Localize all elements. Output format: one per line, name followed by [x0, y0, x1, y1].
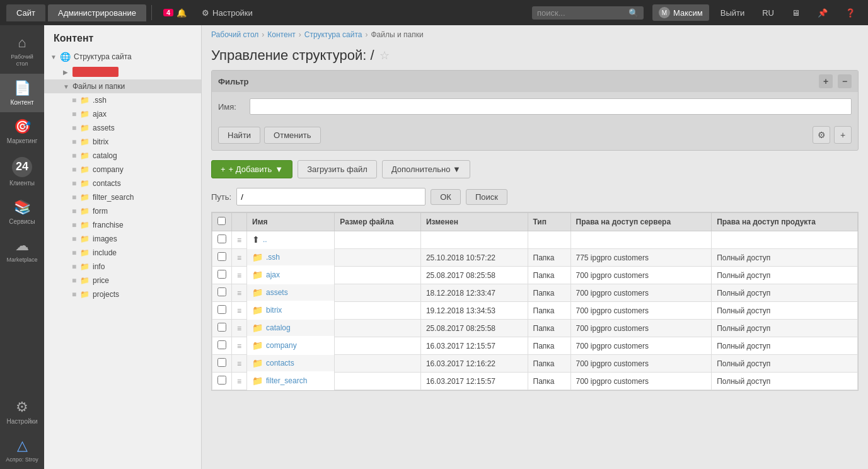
cell-server-rights: 700 ipgpro customers — [570, 267, 712, 284]
cell-modified: 25.08.2017 08:25:58 — [420, 267, 528, 284]
drag-handle[interactable]: ≡ — [237, 253, 241, 262]
tree-label-ajax: ajax — [93, 110, 107, 119]
filter-plus-icon-btn[interactable]: + — [834, 126, 852, 144]
sidebar-item-marketing[interactable]: 🎯 Маркетинг — [0, 112, 44, 151]
tree-item-price[interactable]: ■ 📁 price — [44, 274, 201, 287]
row-checkbox[interactable] — [217, 305, 226, 314]
folder-icon: 📁 — [80, 248, 90, 257]
filter-cancel-btn[interactable]: Отменить — [264, 127, 320, 144]
filter-minimize-btn[interactable]: − — [838, 74, 852, 88]
row-checkbox[interactable] — [217, 323, 226, 332]
drag-handle[interactable]: ≡ — [237, 359, 241, 368]
user-btn[interactable]: М Максим — [652, 4, 709, 21]
tree-item-images[interactable]: ■ 📁 images — [44, 232, 201, 246]
tree-item-contacts[interactable]: ■ 📁 contacts — [44, 177, 201, 190]
row-checkbox[interactable] — [217, 287, 226, 296]
filter-body: Имя: — [212, 92, 858, 126]
breadcrumb-desktop[interactable]: Рабочий стол — [211, 30, 258, 39]
tree-label-franchise: franchise — [93, 221, 124, 229]
search-input[interactable] — [537, 8, 625, 18]
sidebar-label-marketplace: Marketplace — [6, 257, 37, 263]
breadcrumb-site-structure[interactable]: Структура сайта — [304, 30, 362, 39]
file-link-up[interactable]: .. — [263, 235, 267, 244]
file-link-.ssh[interactable]: .ssh — [266, 253, 280, 262]
tab-admin[interactable]: Администрирование — [48, 4, 146, 21]
row-checkbox[interactable] — [217, 340, 226, 349]
drag-handle[interactable]: ≡ — [237, 306, 241, 315]
sidebar-item-aspro[interactable]: △ Аспро: Stroy — [0, 431, 44, 469]
filter-left-actions: Найти Отменить — [218, 127, 321, 144]
sidebar-item-marketplace[interactable]: ☁ Marketplace — [0, 231, 44, 269]
row-checkbox[interactable] — [217, 376, 226, 385]
cell-drag: ≡ — [232, 284, 247, 302]
row-checkbox[interactable] — [217, 270, 226, 279]
drag-handle[interactable]: ≡ — [237, 271, 241, 280]
star-icon[interactable]: ☆ — [379, 49, 390, 62]
file-link-catalog[interactable]: catalog — [266, 323, 291, 332]
tree-item-include[interactable]: ■ 📁 include — [44, 246, 201, 260]
tree-item-assets[interactable]: ■ 📁 assets — [44, 121, 201, 135]
tree-item-bitrix[interactable]: ■ 📁 bitrix — [44, 135, 201, 149]
filter-add-btn[interactable]: + — [819, 74, 833, 88]
upload-btn[interactable]: Загрузить файл — [298, 160, 377, 178]
cell-name: ⬆.. — [247, 231, 334, 248]
file-link-company[interactable]: company — [266, 341, 297, 350]
logout-btn[interactable]: Выйти — [714, 6, 751, 20]
folder-icon: 📁 — [80, 124, 90, 132]
monitor-icon-btn[interactable]: 🖥 — [785, 6, 806, 20]
row-checkbox[interactable] — [217, 358, 226, 367]
file-link-ajax[interactable]: ajax — [266, 270, 280, 279]
sidebar-item-settings[interactable]: ⚙ Настройки — [0, 393, 44, 431]
file-link-assets[interactable]: assets — [266, 288, 288, 297]
tree-item-catalog[interactable]: ■ 📁 catalog — [44, 149, 201, 163]
tree-item-ajax[interactable]: ■ 📁 ajax — [44, 107, 201, 121]
settings-btn[interactable]: ⚙ Настройки — [195, 6, 259, 20]
filter-settings-icon-btn[interactable]: ⚙ — [813, 126, 830, 144]
row-checkbox[interactable] — [217, 252, 226, 261]
drag-handle[interactable]: ≡ — [237, 289, 241, 298]
add-btn[interactable]: + + Добавить ▼ — [211, 160, 292, 178]
sidebar-item-desktop[interactable]: ⌂ Рабочийстол — [0, 28, 44, 74]
path-input[interactable] — [236, 188, 425, 206]
filter-find-btn[interactable]: Найти — [218, 127, 260, 144]
drag-handle[interactable]: ≡ — [237, 342, 241, 350]
notifications-btn[interactable]: 4 🔔 — [157, 6, 193, 20]
file-link-filter_search[interactable]: filter_search — [266, 376, 307, 385]
tab-site[interactable]: Сайт — [6, 4, 45, 21]
sidebar-item-content[interactable]: 📄 Контент — [0, 74, 44, 112]
tree-item-ssh[interactable]: ■ 📁 .ssh — [44, 93, 201, 107]
path-ok-btn[interactable]: ОК — [431, 189, 461, 205]
tree-item-site-structure[interactable]: ▼ 🌐 Структура сайта — [44, 49, 201, 64]
help-icon-btn[interactable]: ❓ — [839, 6, 862, 20]
breadcrumb-content[interactable]: Контент — [267, 30, 295, 39]
more-btn[interactable]: Дополнительно ▼ — [382, 160, 470, 178]
filter-name-input[interactable] — [250, 98, 852, 115]
file-link-bitrix[interactable]: bitrix — [266, 306, 282, 315]
tree-bullet: ■ — [72, 221, 77, 229]
tree-item-projects[interactable]: ■ 📁 projects — [44, 287, 201, 301]
sidebar-item-clients[interactable]: 24 Клиенты — [0, 151, 44, 193]
tree-label-site-structure: Структура сайта — [74, 52, 132, 61]
sidebar-item-services[interactable]: 📚 Сервисы — [0, 193, 44, 231]
more-dropdown-arrow: ▼ — [453, 165, 461, 174]
row-checkbox[interactable] — [217, 234, 226, 243]
cell-type: Папка — [528, 355, 570, 373]
path-search-btn[interactable]: Поиск — [466, 189, 507, 205]
tree-item-info[interactable]: ■ 📁 info — [44, 260, 201, 274]
tree-item-franchise[interactable]: ■ 📁 franchise — [44, 218, 201, 232]
marketing-icon: 🎯 — [14, 119, 31, 135]
tree-item-files-folders[interactable]: ▼ Файлы и папки — [44, 79, 201, 93]
tree-item-filter_search[interactable]: ■ 📁 filter_search — [44, 190, 201, 204]
tree-item-highlighted[interactable]: ▶ — [44, 64, 201, 79]
file-link-contacts[interactable]: contacts — [266, 359, 294, 368]
drag-handle[interactable]: ≡ — [237, 236, 241, 245]
pin-icon-btn[interactable]: 📌 — [811, 6, 834, 20]
drag-handle[interactable]: ≡ — [237, 324, 241, 333]
gear-icon: ⚙ — [202, 8, 209, 18]
cell-product-rights: Полный доступ — [712, 320, 858, 337]
select-all-checkbox[interactable] — [217, 217, 226, 225]
tree-item-company[interactable]: ■ 📁 company — [44, 163, 201, 177]
lang-btn[interactable]: RU — [756, 6, 780, 20]
tree-item-form[interactable]: ■ 📁 form — [44, 204, 201, 218]
drag-handle[interactable]: ≡ — [237, 377, 241, 386]
